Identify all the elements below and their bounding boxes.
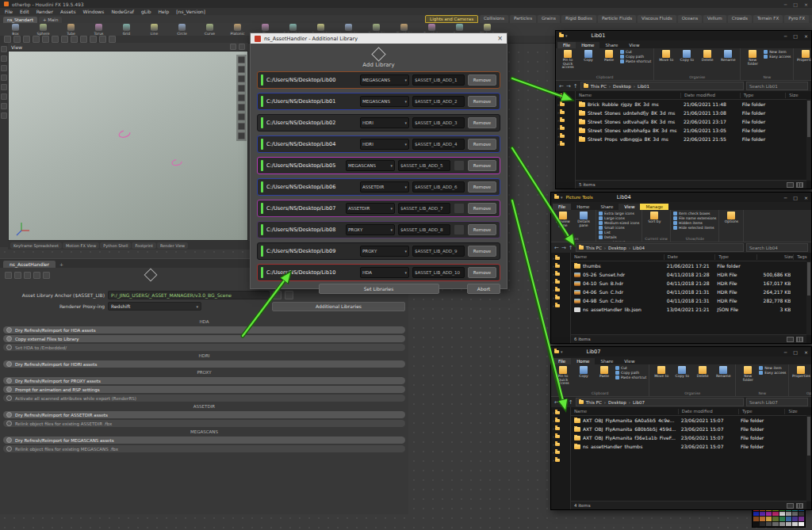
maximize-icon[interactable]: □ [793,33,798,39]
ribbon-button-cut[interactable]: Cut [615,366,646,370]
file-row[interactable]: 04-10_Sun_B.hdr 04/11/2018 21:28 HDR Fil… [571,279,806,288]
ribbon-button-preview-pane[interactable]: Preview pane [553,211,573,236]
shelf-tab-particles[interactable]: Particles [510,15,536,23]
details-view-icon[interactable] [787,182,794,188]
remove-button[interactable]: Remove [468,117,496,128]
pane-tab-python-shell[interactable]: Python Shell [100,242,131,249]
back-icon[interactable]: ← [559,83,564,90]
palette-swatch[interactable] [753,512,759,517]
type-dropdown[interactable]: MEGASCANS▾ [346,160,395,171]
panel-tool-icon[interactable] [33,272,40,279]
minimize-icon[interactable]: ─ [784,349,787,355]
ribbon-button-properties[interactable]: Properties [791,365,810,391]
panel-tool-icon[interactable] [24,272,31,279]
ribbon-button-large-icons[interactable]: Large icons [599,216,639,220]
enabled-indicator[interactable] [261,96,263,107]
shelf-tool-grid[interactable]: Grid [114,24,139,36]
breadcrumb[interactable]: This PC [586,246,602,250]
shelf-tab-viscous-fluids[interactable]: Viscous Fluids [638,15,676,23]
forward-icon[interactable]: → [561,399,566,406]
enabled-indicator[interactable] [261,74,263,86]
palette-swatch[interactable] [792,517,798,521]
breadcrumb[interactable]: Desktop [608,400,626,405]
library-path-field[interactable]: C:/Users/NS/Desktop/Lib05 [266,162,343,169]
column-header-date[interactable]: Date [665,254,715,260]
close-icon[interactable]: × [804,349,808,355]
pref-toggle-row[interactable]: Copy external Files to Library [3,335,405,342]
ribbon-button-delete[interactable]: Delete [698,49,717,74]
select-icon[interactable] [4,36,11,43]
ribbon-button-paste[interactable]: Paste [599,49,619,74]
palette-swatch[interactable] [753,522,759,527]
toggle-icon[interactable] [6,437,12,443]
ribbon-button-rename[interactable]: Rename [714,365,733,391]
scene-viewport[interactable] [8,51,248,241]
ribbon-tab-home[interactable]: Home [576,42,599,48]
shelf-tool-line[interactable]: Line [142,24,167,36]
shelf-tool-platonic[interactable]: Platonic [225,24,250,36]
viewport-option-icon[interactable] [238,132,245,139]
ribbon-button-paste[interactable]: Paste [595,365,614,391]
ribbon-button-medium-sized-icons[interactable]: Medium-sized icons [599,221,639,225]
enabled-indicator[interactable] [261,181,263,193]
ribbon-button-paste-shortcut[interactable]: Paste shortcut [615,376,646,379]
variable-field[interactable]: $ASSET_LIB_ADD_1 [412,74,465,86]
ribbon-button-easy-access[interactable]: Easy access [759,371,786,375]
pane-tab-keyframe-spreadsheet[interactable]: Keyframe Spreadsheet [10,242,62,249]
ribbon-button-copy-path[interactable]: Copy path [620,55,651,59]
library-path-field[interactable]: C:/Users/NS/Desktop/Lib04 [266,141,357,147]
breadcrumb[interactable]: Lib04 [633,246,645,250]
column-header-type[interactable]: Type [715,254,757,260]
pref-toggle-row[interactable]: Relink object files for existing ASSETDI… [3,420,405,427]
palette-swatch[interactable] [772,522,778,527]
column-header-name[interactable]: Name [571,254,665,260]
forward-icon[interactable]: → [566,83,571,90]
ribbon-button-options[interactable]: Options [722,211,741,240]
thumbnail-view-icon[interactable] [796,503,803,509]
view-tool-icon[interactable] [1,46,7,52]
scrollbar[interactable] [806,99,811,181]
palette-swatch[interactable] [786,517,791,521]
palette-swatch[interactable] [760,522,765,527]
options-button[interactable] [454,160,465,171]
ribbon-tab-file[interactable]: File [557,42,576,48]
variable-field[interactable]: $ASSET_LIB_ADD_10 [412,267,465,278]
enabled-indicator[interactable] [261,139,263,150]
file-row[interactable]: AXT_OBJ_FlyAmanita_6A0a5b5_4c9e... 23/06… [571,416,806,425]
column-header-type[interactable]: Type [741,93,786,98]
shelf-tab-pyro-fx[interactable]: Pyro FX [784,15,809,23]
enabled-indicator[interactable] [261,267,263,278]
palette-swatch[interactable] [799,512,804,517]
ribbon-button-properties[interactable]: Properties [796,49,811,74]
palette-swatch[interactable] [753,517,759,521]
toggle-icon[interactable] [6,395,12,401]
menu-ns-version[interactable]: [ns_Version] [176,9,205,14]
pane-tab-render-view[interactable]: Render View [157,242,188,249]
address-bar[interactable]: This PC›Desktop›Lib01 [580,82,744,90]
palette-swatch[interactable] [772,517,778,521]
palette-swatch[interactable] [792,512,798,517]
variable-field[interactable]: $ASSET_LIB_ADD_9 [412,246,465,257]
file-row[interactable]: AXT_OBJ_FlyAmanita_680b5b5j_459d... 23/0… [571,425,806,433]
view-tool-icon[interactable] [1,55,7,62]
scale-icon[interactable] [33,36,40,43]
palette-swatch[interactable] [792,522,798,527]
type-dropdown[interactable]: HDRI▾ [360,117,409,128]
scrollbar[interactable] [806,415,811,501]
abort-button[interactable]: Abort [467,284,500,294]
file-row[interactable]: 05-26_Sunset.hdr 04/11/2018 21:28 HDR Fi… [571,270,806,279]
quick-access-toolbar[interactable]: ▾ [554,195,563,200]
ribbon-tab-view[interactable]: View [619,204,640,210]
remove-button[interactable]: Remove [468,246,496,257]
back-icon[interactable]: ← [554,399,559,406]
ribbon-tab-share[interactable]: Share [595,204,619,210]
viewport-option-icon[interactable] [238,56,245,63]
column-header-name[interactable]: Name [571,409,679,414]
shelf-tool-curve[interactable]: Curve [197,24,222,36]
ribbon-button-item-check-boxes[interactable]: Item check boxes [673,212,716,215]
type-dropdown[interactable]: HDRI▾ [360,139,409,150]
palette-swatch[interactable] [772,512,778,517]
remove-button[interactable]: Remove [468,181,496,193]
library-path-field[interactable]: C:/Users/NS/Desktop/Lib07 [266,205,343,212]
ribbon-button-copy[interactable]: Copy [579,49,598,74]
